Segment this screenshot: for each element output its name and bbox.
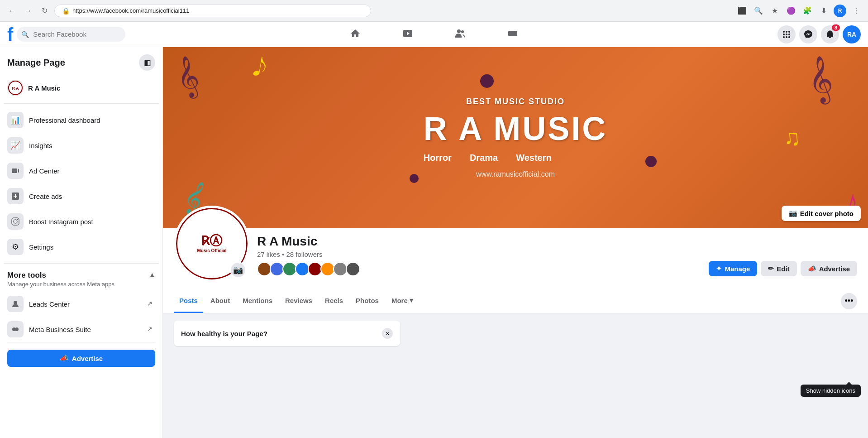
browser-profile-avatar[interactable]: R xyxy=(834,5,846,17)
svg-rect-18 xyxy=(12,218,19,225)
main-content: 𝄞 𝅘𝅥𝅮 𝄞 𝄞 ♪ ♫ BEST MUSIC STUDIO R A MUSI… xyxy=(163,47,868,438)
cover-photo: 𝄞 𝅘𝅥𝅮 𝄞 𝄞 ♪ ♫ BEST MUSIC STUDIO R A MUSI… xyxy=(163,47,868,228)
notification-count: 8 xyxy=(832,24,840,31)
cover-title: R A MUSIC xyxy=(424,110,608,147)
grid-menu-button[interactable] xyxy=(777,25,796,43)
advertise-page-button[interactable]: 📣 Advertise xyxy=(801,261,857,276)
svg-point-19 xyxy=(14,220,17,223)
svg-point-10 xyxy=(783,36,785,38)
genre-horror: Horror xyxy=(424,153,452,163)
tab-options-button[interactable]: ••• xyxy=(841,293,857,309)
sidebar-item-meta-business-suite[interactable]: Meta Business Suite ↗ xyxy=(4,317,159,342)
edit-label: Edit xyxy=(777,265,789,273)
edit-cover-label: Edit cover photo xyxy=(800,210,854,217)
forward-button[interactable]: → xyxy=(22,5,34,17)
nav-home-button[interactable] xyxy=(330,24,381,45)
sidebar-item-settings[interactable]: ⚙ Settings xyxy=(4,234,159,260)
more-tools-chevron: ▲ xyxy=(149,271,155,278)
svg-point-27 xyxy=(296,263,309,275)
nav-people-button[interactable] xyxy=(435,24,486,45)
nav-gaming-button[interactable] xyxy=(487,24,538,45)
external-link-icon: ↗ xyxy=(147,300,155,308)
profile-camera-button[interactable]: 📷 xyxy=(230,262,246,278)
profile-pic-wrapper: R̷Ⓐ Music Official 📷 xyxy=(174,206,250,282)
meta-icon xyxy=(7,321,24,337)
tab-more[interactable]: More ▾ xyxy=(386,289,419,313)
sidebar-item-professional-dashboard[interactable]: 📊 Professional dashboard xyxy=(4,107,159,133)
security-icon: 🔒 xyxy=(62,7,70,14)
page-avatar: R A xyxy=(7,80,24,96)
download-icon[interactable]: ⬇ xyxy=(817,5,830,17)
browser-actions: ⬛ 🔍 ★ 🟣 🧩 ⬇ R ⋮ xyxy=(736,5,863,17)
tab-about[interactable]: About xyxy=(205,289,235,313)
genre-drama: Drama xyxy=(470,153,498,163)
divider-1 xyxy=(4,103,159,104)
screen-icon[interactable]: ⬛ xyxy=(736,5,749,17)
sidebar: Manage Page ◧ R A R A Music 📊 Profession… xyxy=(0,47,163,438)
svg-point-30 xyxy=(334,263,347,275)
tab-reels[interactable]: Reels xyxy=(320,289,348,313)
messenger-button[interactable] xyxy=(799,25,817,43)
svg-point-11 xyxy=(786,36,787,38)
url-text: https://www.facebook.com/ramusicofficial… xyxy=(72,7,189,14)
manage-button[interactable]: ✦ Manage xyxy=(709,261,757,276)
more-tools-subtitle: Manage your business across Meta apps xyxy=(7,281,114,288)
camera-icon: 📷 xyxy=(789,209,797,217)
edit-cover-photo-button[interactable]: 📷 Edit cover photo xyxy=(782,206,861,221)
tab-mentions[interactable]: Mentions xyxy=(237,289,278,313)
adcenter-icon xyxy=(7,163,24,179)
how-healthy-card: How healthy is your Page? × xyxy=(174,321,400,346)
manage-icon: ✦ xyxy=(716,265,722,273)
dashboard-icon: 📊 xyxy=(7,112,24,128)
notifications-button[interactable]: 8 xyxy=(821,25,839,43)
back-button[interactable]: ← xyxy=(5,5,18,17)
page-identity-item[interactable]: R A R A Music xyxy=(4,76,159,100)
insights-icon: 📈 xyxy=(7,137,24,154)
ext1-icon[interactable]: 🟣 xyxy=(785,5,797,17)
facebook-logo[interactable]: f xyxy=(7,25,13,43)
external-link-icon: ↗ xyxy=(147,325,155,333)
svg-text:R A: R A xyxy=(12,86,19,91)
sidebar-item-boost-instagram[interactable]: Boost Instagram post xyxy=(4,209,159,234)
music-note-2: 𝅘𝅥𝅮 xyxy=(251,52,256,81)
deco-dot-2 xyxy=(410,174,419,183)
svg-rect-16 xyxy=(12,168,17,173)
nav-watch-button[interactable] xyxy=(382,24,433,45)
ext2-icon[interactable]: 🧩 xyxy=(801,5,814,17)
address-bar[interactable]: 🔒 https://www.facebook.com/ramusicoffici… xyxy=(54,5,371,17)
more-tools-section-header[interactable]: More tools Manage your business across M… xyxy=(4,267,159,291)
deco-dot-3 xyxy=(645,156,657,167)
tab-posts[interactable]: Posts xyxy=(174,289,203,313)
profile-info: R A Music 27 likes • 28 followers xyxy=(257,234,701,282)
more-chevron: ▾ xyxy=(410,296,413,304)
page-name-label: R A Music xyxy=(28,84,60,92)
bookmark-icon[interactable]: ★ xyxy=(768,5,781,17)
menu-icon[interactable]: ⋮ xyxy=(850,5,863,17)
tab-reviews[interactable]: Reviews xyxy=(280,289,318,313)
advertise-button[interactable]: 📣 Advertise xyxy=(7,350,155,367)
refresh-button[interactable]: ↻ xyxy=(38,5,51,17)
search-input[interactable] xyxy=(17,27,125,42)
close-how-healthy-button[interactable]: × xyxy=(382,328,393,339)
search-wrapper: 🔍 xyxy=(17,27,125,42)
sidebar-item-insights[interactable]: 📈 Insights xyxy=(4,133,159,158)
sidebar-item-ad-center[interactable]: Ad Center xyxy=(4,158,159,183)
manage-label: Manage xyxy=(725,265,750,273)
profile-button[interactable]: RA xyxy=(843,25,861,43)
sidebar-item-label: Meta Business Suite xyxy=(29,326,91,333)
edit-button[interactable]: ✏ Edit xyxy=(761,261,796,276)
cover-content: BEST MUSIC STUDIO R A MUSIC Horror Drama… xyxy=(424,97,608,178)
profile-section: R̷Ⓐ Music Official 📷 R A Music 27 likes … xyxy=(163,228,868,289)
svg-point-4 xyxy=(783,31,785,33)
sidebar-collapse-button[interactable]: ◧ xyxy=(139,54,155,71)
tab-photos[interactable]: Photos xyxy=(350,289,384,313)
zoom-icon[interactable]: 🔍 xyxy=(752,5,765,17)
svg-point-24 xyxy=(258,263,271,275)
cover-photo-wrapper: 𝄞 𝅘𝅥𝅮 𝄞 𝄞 ♪ ♫ BEST MUSIC STUDIO R A MUSI… xyxy=(163,47,868,228)
svg-point-20 xyxy=(17,219,18,220)
sidebar-item-label: Professional dashboard xyxy=(29,116,100,124)
sidebar-item-create-ads[interactable]: Create ads xyxy=(4,183,159,209)
svg-point-8 xyxy=(786,34,787,35)
sidebar-item-label: Insights xyxy=(29,142,52,149)
sidebar-item-leads-center[interactable]: Leads Center ↗ xyxy=(4,291,159,317)
